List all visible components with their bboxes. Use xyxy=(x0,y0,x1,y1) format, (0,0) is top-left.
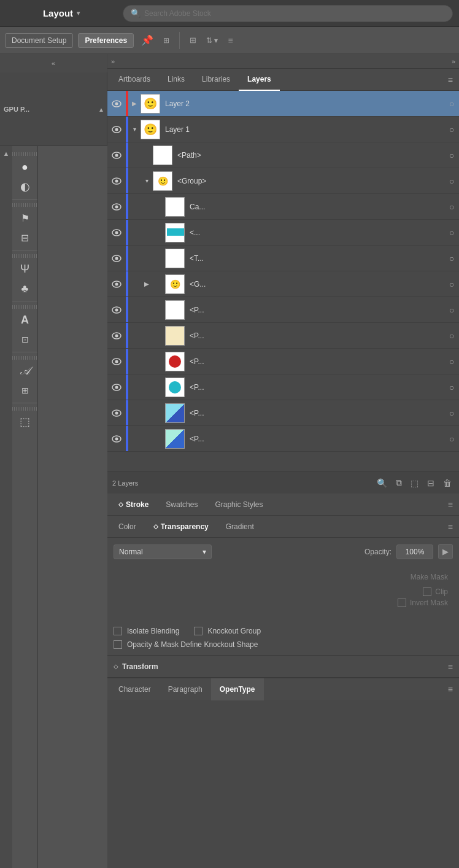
char-panel-menu-icon[interactable]: ≡ xyxy=(444,684,457,694)
layer-target-icon[interactable]: ○ xyxy=(444,331,459,341)
visibility-icon[interactable] xyxy=(107,358,126,365)
layer-row[interactable]: Ca... ○ xyxy=(107,194,459,220)
layer-target-icon[interactable]: ○ xyxy=(444,279,459,289)
layer-expand-icon[interactable]: ▶ xyxy=(141,281,153,287)
export-tool-icon[interactable]: ⬚ xyxy=(15,412,35,432)
left-collapse-button[interactable]: ▲ xyxy=(0,146,12,868)
visibility-icon[interactable] xyxy=(107,435,126,443)
tab-paragraph[interactable]: Paragraph xyxy=(160,678,211,700)
layer-row[interactable]: <P... ○ xyxy=(107,323,459,349)
visibility-icon[interactable] xyxy=(107,281,126,288)
tab-swatches[interactable]: Swatches xyxy=(157,494,206,516)
area-text-tool-icon[interactable]: ⊡ xyxy=(15,330,35,349)
tab-gradient[interactable]: Gradient xyxy=(217,516,263,538)
blend-mode-select[interactable]: Normal ▾ xyxy=(114,544,212,559)
layer-target-icon[interactable]: ○ xyxy=(444,150,459,160)
layer-row[interactable]: ▾ 🙂 Layer 1 ○ xyxy=(107,117,459,142)
layer-target-icon[interactable]: ○ xyxy=(444,228,459,238)
direct-select-tool-icon[interactable]: ◐ xyxy=(15,177,35,196)
search-input[interactable] xyxy=(144,9,445,18)
visibility-icon[interactable] xyxy=(107,255,126,262)
layer-target-icon[interactable]: ○ xyxy=(444,382,459,392)
clip-icon[interactable]: ⊟ xyxy=(425,477,437,489)
layer-target-icon[interactable]: ○ xyxy=(444,434,459,444)
layer-target-icon[interactable]: ○ xyxy=(444,305,459,315)
symbol-tool-icon[interactable]: ⊞ xyxy=(15,381,35,400)
visibility-icon[interactable] xyxy=(107,100,126,107)
transform-menu-icon[interactable]: ≡ xyxy=(448,662,453,672)
layout-button[interactable]: Layout ▾ xyxy=(43,8,80,18)
layer-row[interactable]: <P... ○ xyxy=(107,297,459,323)
search-bar[interactable]: 🔍 xyxy=(123,5,453,22)
layer-row[interactable]: <T... ○ xyxy=(107,246,459,271)
usb-tool-icon[interactable]: Ψ xyxy=(15,259,35,279)
arrange-dropdown-button[interactable]: ⊞ xyxy=(161,35,172,46)
flag-tool-icon[interactable]: ⚑ xyxy=(15,208,35,228)
tab-layers[interactable]: Layers xyxy=(239,69,280,91)
visibility-icon[interactable] xyxy=(107,306,126,314)
layer-target-icon[interactable]: ○ xyxy=(444,408,459,418)
menu-list-button[interactable]: ≡ xyxy=(225,34,235,47)
sort-dropdown-button[interactable]: ⇅ ▾ xyxy=(204,35,220,46)
calligraphy-tool-icon[interactable]: 𝒜 xyxy=(15,361,35,381)
visibility-icon[interactable] xyxy=(107,152,126,159)
layer-row[interactable]: <P... ○ xyxy=(107,400,459,426)
opacity-input[interactable] xyxy=(396,544,433,559)
isolate-blending-checkbox[interactable] xyxy=(114,627,122,635)
layer-target-icon[interactable]: ○ xyxy=(444,254,459,263)
layer-target-icon[interactable]: ○ xyxy=(444,357,459,366)
transform-header[interactable]: ◇ Transform ≡ xyxy=(107,656,459,678)
select-tool-icon[interactable]: ● xyxy=(15,157,35,177)
layer-target-icon[interactable]: ○ xyxy=(444,125,459,134)
layer-row[interactable]: <P... ○ xyxy=(107,374,459,400)
tab-transparency[interactable]: ◇ Transparency xyxy=(145,516,217,538)
layer-row[interactable]: ▾ 🙂 <Group> ○ xyxy=(107,168,459,194)
tab-opentype[interactable]: OpenType xyxy=(211,678,264,700)
layer-expand-icon[interactable]: ▾ xyxy=(141,177,153,184)
layer-row[interactable]: ▶ 🙂 Layer 2 ○ xyxy=(107,91,459,117)
panel-collapse-arrow-icon[interactable]: ▲ xyxy=(98,106,104,112)
grid-icon-button[interactable]: ⊞ xyxy=(187,34,199,46)
invert-mask-checkbox[interactable] xyxy=(398,599,406,607)
knockout-group-checkbox[interactable] xyxy=(194,627,202,635)
visibility-icon[interactable] xyxy=(107,409,126,417)
tab-color[interactable]: Color xyxy=(110,516,145,538)
tab-links[interactable]: Links xyxy=(159,69,193,91)
layer-row[interactable]: <P... ○ xyxy=(107,349,459,374)
preferences-button[interactable]: Preferences xyxy=(78,33,134,48)
tab-artboards[interactable]: Artboards xyxy=(110,69,159,91)
layer-expand-icon[interactable]: ▶ xyxy=(128,100,141,107)
delete-layer-icon[interactable]: 🗑 xyxy=(441,477,454,489)
visibility-icon[interactable] xyxy=(107,332,126,339)
search-layers-icon[interactable]: 🔍 xyxy=(374,477,390,489)
layer-row[interactable]: ▶ 🙂 <G... ○ xyxy=(107,271,459,297)
double-right-arrow-icon2[interactable]: » xyxy=(452,58,455,65)
layer-row[interactable]: <P... ○ xyxy=(107,426,459,452)
tab-character[interactable]: Character xyxy=(110,678,160,700)
opacity-expand-button[interactable]: ▶ xyxy=(438,544,453,559)
tab-libraries[interactable]: Libraries xyxy=(193,69,239,91)
visibility-icon[interactable] xyxy=(107,126,126,133)
layer-expand-icon[interactable]: ▾ xyxy=(128,126,141,133)
make-mask-button[interactable]: Make Mask xyxy=(406,570,453,584)
tab-stroke[interactable]: ◇ Stroke xyxy=(110,494,157,516)
new-layer-icon[interactable]: ⧉ xyxy=(393,476,404,489)
opacity-mask-checkbox[interactable] xyxy=(114,640,122,649)
visibility-icon[interactable] xyxy=(107,177,126,185)
club-tool-icon[interactable]: ♣ xyxy=(15,279,35,298)
stroke-panel-menu-icon[interactable]: ≡ xyxy=(444,500,457,510)
tab-graphic-styles[interactable]: Graphic Styles xyxy=(206,494,271,516)
double-right-arrow-icon[interactable]: » xyxy=(111,58,115,65)
panel-menu-icon[interactable]: ≡ xyxy=(444,75,457,85)
layer-target-icon[interactable]: ○ xyxy=(444,202,459,212)
visibility-icon[interactable] xyxy=(107,229,126,236)
visibility-icon[interactable] xyxy=(107,203,126,211)
layer-row[interactable]: <... ○ xyxy=(107,220,459,246)
layer-target-icon[interactable]: ○ xyxy=(444,99,459,109)
sidebar-collapse-button[interactable]: « xyxy=(0,54,107,72)
layer-target-icon[interactable]: ○ xyxy=(444,176,459,186)
pin-icon-button[interactable]: 📌 xyxy=(139,33,156,47)
visibility-icon[interactable] xyxy=(107,384,126,391)
text-tool-icon[interactable]: A xyxy=(15,310,35,330)
clip-checkbox[interactable] xyxy=(423,587,431,596)
